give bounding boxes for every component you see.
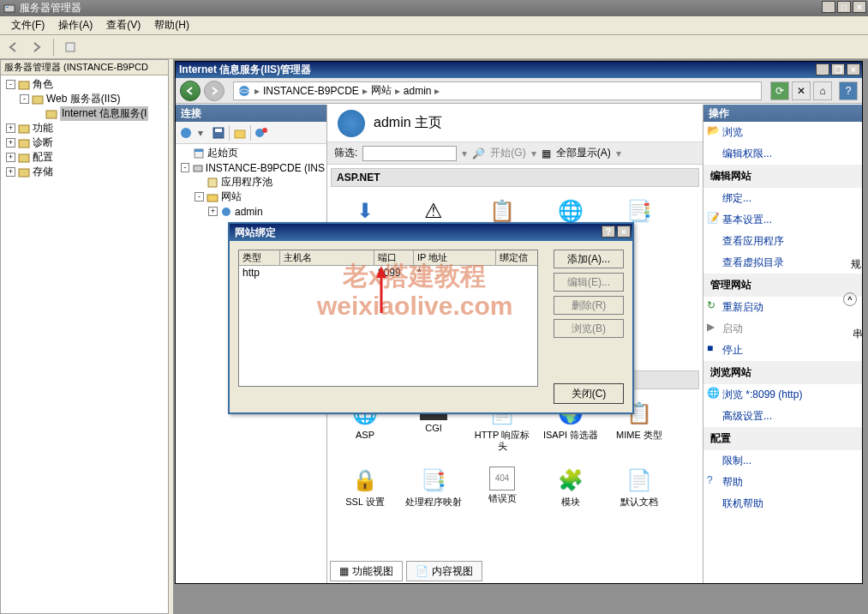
tab-content[interactable]: 📄 内容视图	[406, 561, 482, 581]
edit-button[interactable]: 编辑(E)...	[554, 273, 624, 292]
col-ip[interactable]: IP 地址	[414, 250, 496, 265]
forward-button[interactable]	[27, 38, 46, 57]
dialog-close-x[interactable]: ×	[617, 226, 631, 238]
svg-rect-8	[19, 154, 29, 162]
tree-node-icon	[17, 136, 31, 150]
menu-file[interactable]: 文件(F)	[4, 16, 51, 34]
expand-icon[interactable]: +	[6, 138, 15, 147]
svg-rect-2	[66, 43, 75, 51]
action-advanced[interactable]: 高级设置...	[703, 406, 862, 427]
conn-tree-item[interactable]: 应用程序池	[177, 175, 325, 190]
help-nav-button[interactable]: ?	[839, 81, 858, 100]
group-aspnet: ASP.NET	[331, 168, 699, 187]
window-title: 服务器管理器	[20, 1, 81, 15]
action-edit-permissions[interactable]: 编辑权限...	[703, 143, 862, 165]
site-icon	[338, 110, 365, 137]
back-button[interactable]	[4, 38, 23, 57]
action-limits[interactable]: 限制...	[703, 450, 862, 472]
expand-icon[interactable]: -	[20, 94, 29, 104]
site-add-icon[interactable]	[254, 126, 268, 140]
filter-input[interactable]	[362, 146, 457, 161]
action-help[interactable]: ? 帮助	[703, 472, 862, 493]
add-button[interactable]: 添加(A)...	[554, 250, 624, 268]
iis-feature-item[interactable]: 🧩模块	[540, 467, 602, 527]
minimize-button[interactable]: _	[822, 1, 835, 13]
breadcrumb[interactable]: ▸ INSTANCE-B9PCDE ▸ 网站 ▸ admin ▸	[233, 81, 762, 100]
left-tree-pane: 服务器管理器 (INSTANCE-B9PCD -角色-Web 服务器(IIS)I…	[0, 59, 169, 614]
expand-icon[interactable]: +	[6, 153, 15, 162]
main-toolbar	[0, 35, 868, 59]
conn-tree-item[interactable]: -网站	[177, 190, 325, 204]
mdi-close[interactable]: ×	[847, 63, 860, 75]
expand-icon[interactable]: +	[208, 207, 218, 216]
col-type[interactable]: 类型	[239, 250, 280, 265]
menu-view[interactable]: 查看(V)	[99, 16, 147, 34]
mdi-max[interactable]: ❐	[831, 63, 845, 75]
tree-item[interactable]: +配置	[3, 150, 166, 165]
action-view-vdirs[interactable]: 查看虚拟目录	[703, 252, 862, 274]
action-basic-settings[interactable]: 📝 基本设置...	[703, 209, 862, 231]
server-manager-tree[interactable]: -角色-Web 服务器(IIS)Internet 信息服务(I+功能+诊断+配置…	[1, 75, 168, 181]
go-label[interactable]: 开始(G)	[490, 146, 525, 160]
tree-item[interactable]: -角色	[3, 77, 166, 92]
action-view-apps[interactable]: 查看应用程序	[703, 231, 862, 252]
action-browse[interactable]: 📂 浏览	[703, 122, 862, 143]
connect-icon[interactable]	[179, 126, 195, 140]
iis-feature-item[interactable]: 🔒SSL 设置	[334, 467, 396, 527]
nav-forward[interactable]	[204, 81, 224, 101]
binding-row[interactable]: http 8099 *	[239, 266, 537, 280]
conn-tree-item[interactable]: -INSTANCE-B9PCDE (INS	[177, 160, 325, 175]
browse-button[interactable]: 浏览(B)	[554, 319, 624, 338]
menu-help[interactable]: 帮助(H)	[147, 16, 196, 34]
maximize-button[interactable]: □	[837, 1, 851, 13]
cell-type: http	[239, 266, 280, 280]
showall-icon[interactable]: ▦	[542, 147, 551, 160]
connections-tree[interactable]: 起始页-INSTANCE-B9PCDE (INS应用程序池-网站+admin	[176, 144, 326, 220]
expand-icon[interactable]: -	[195, 192, 204, 202]
action-stop[interactable]: ■ 停止	[703, 340, 862, 361]
help-button[interactable]	[61, 38, 80, 57]
refresh-button[interactable]: ⟳	[770, 81, 789, 100]
iis-feature-item[interactable]: 404错误页	[471, 467, 533, 527]
bindings-grid[interactable]: 类型 主机名 端口 IP 地址 绑定信 http 8099 *	[238, 250, 538, 387]
col-port[interactable]: 端口	[374, 250, 414, 265]
bc-admin[interactable]: admin	[404, 85, 432, 97]
tree-item[interactable]: +功能	[3, 121, 166, 135]
go-icon[interactable]: 🔎	[472, 147, 485, 160]
bc-sites[interactable]: 网站	[371, 83, 392, 98]
help-icon: ?	[707, 474, 719, 486]
conn-tree-item[interactable]: 起始页	[177, 146, 325, 160]
bc-server[interactable]: INSTANCE-B9PCDE	[263, 85, 359, 97]
expand-icon[interactable]: +	[6, 123, 15, 133]
stop-nav-button[interactable]: ✕	[792, 81, 811, 100]
home-nav-button[interactable]: ⌂	[813, 81, 832, 100]
action-online-help[interactable]: 联机帮助	[703, 493, 862, 515]
tree-item[interactable]: +存储	[3, 165, 166, 179]
col-binding[interactable]: 绑定信	[496, 250, 537, 265]
nav-back[interactable]	[180, 81, 201, 101]
delete-button[interactable]: 删除(R)	[554, 296, 624, 315]
expand-icon[interactable]: +	[6, 167, 15, 177]
action-restart[interactable]: ↻ 重新启动	[703, 297, 862, 318]
iis-feature-item[interactable]: 📄默认文档	[608, 467, 670, 527]
tree-item[interactable]: Internet 信息服务(I	[3, 106, 166, 121]
expand-icon[interactable]: -	[6, 80, 15, 89]
action-bindings[interactable]: 绑定...	[703, 188, 862, 209]
close-button[interactable]: ×	[853, 1, 866, 13]
expand-icon[interactable]: -	[181, 163, 189, 172]
tree-item[interactable]: +诊断	[3, 135, 166, 150]
close-button[interactable]: 关闭(C)	[554, 383, 624, 404]
tab-features[interactable]: ▦ 功能视图	[330, 561, 403, 581]
action-start[interactable]: ▶ 启动	[703, 318, 862, 340]
menu-action[interactable]: 操作(A)	[51, 16, 99, 34]
mdi-min[interactable]: _	[816, 63, 829, 75]
showall-label[interactable]: 全部显示(A)	[556, 146, 611, 160]
col-host[interactable]: 主机名	[280, 250, 374, 265]
conn-tree-item[interactable]: +admin	[177, 204, 325, 219]
iis-feature-item[interactable]: 📑处理程序映射	[403, 467, 464, 527]
dialog-help[interactable]: ?	[602, 226, 615, 238]
action-browse-port[interactable]: 🌐 浏览 *:8099 (http)	[703, 384, 862, 406]
tree-item[interactable]: -Web 服务器(IIS)	[3, 92, 166, 106]
save-icon[interactable]	[212, 126, 225, 140]
up-icon[interactable]	[233, 126, 247, 140]
